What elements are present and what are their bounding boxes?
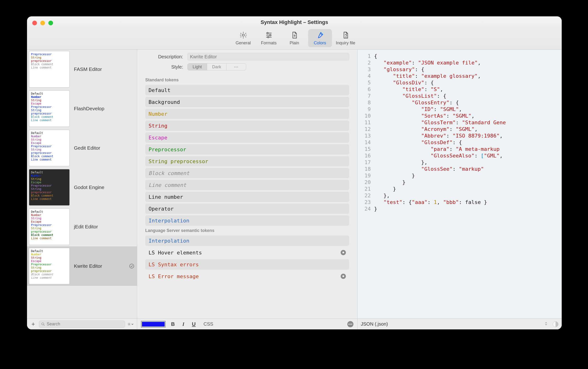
theme-header: Description: Style: LightDark--- (137, 50, 357, 75)
line-number: 23 (357, 199, 374, 205)
line-number: 17 (357, 159, 374, 166)
svg-point-13 (129, 324, 130, 325)
theme-row[interactable]: PreprocessorStringpreprocessorBlock comm… (27, 50, 137, 89)
token-row[interactable]: Operator (145, 204, 349, 214)
token-row[interactable]: Block comment (145, 168, 349, 178)
line-number: 3 (357, 66, 374, 73)
svg-point-4 (267, 32, 268, 34)
token-row[interactable]: Preprocessor (145, 144, 349, 155)
close-button[interactable] (32, 21, 37, 25)
code-line: 2 "example": "JSON example file", (357, 60, 562, 66)
token-label: LS Hover elements (148, 250, 341, 256)
theme-thumbnail: DefaultNumberStringEscapePreprocessorStr… (29, 90, 70, 127)
tab-colors[interactable]: Colors (308, 29, 332, 47)
line-number: 12 (357, 126, 374, 133)
code-line: 11 "GlossTerm": "Standard Gene (357, 119, 562, 126)
token-row[interactable]: LS Syntax errors (145, 259, 349, 270)
line-number: 15 (357, 146, 374, 153)
theme-row[interactable]: DefaultNumberStringEscapePreprocessorStr… (27, 207, 137, 246)
code-line: 15 "para": "A meta-markup (357, 146, 562, 153)
css-button[interactable]: CSS (204, 321, 213, 327)
line-number: 7 (357, 93, 374, 99)
tab-label: Formats (261, 41, 276, 46)
token-label: Operator (148, 206, 346, 212)
add-theme-button[interactable]: + (30, 320, 37, 328)
token-row[interactable]: Line number (145, 192, 349, 202)
style-option[interactable]: --- (226, 63, 246, 70)
line-number: 8 (357, 99, 374, 106)
token-row[interactable]: Escape (145, 132, 349, 143)
chevron-down-icon (131, 322, 134, 327)
more-actions-button[interactable]: ••• (347, 321, 353, 327)
code-line: 5 "GlossDiv": { (357, 80, 562, 86)
token-row[interactable]: Interpolation (145, 215, 349, 226)
tab-inquiry[interactable]: Inquiry file (334, 29, 357, 47)
group-title: Standard tokens (145, 78, 349, 82)
format-chevron-icon[interactable] (544, 322, 548, 326)
theme-editor: Description: Style: LightDark--- Standar… (137, 50, 357, 329)
style-segmented[interactable]: LightDark--- (187, 63, 246, 71)
theme-row[interactable]: DefaultNumberStringEscapePreprocessorStr… (27, 168, 137, 207)
line-number: 9 (357, 106, 374, 113)
theme-row[interactable]: DefaultNumberStringEscapePreprocessorStr… (27, 89, 137, 128)
preview-pane: 1{2 "example": "JSON example file",3 "gl… (357, 50, 562, 329)
token-row[interactable]: LS Error message (145, 271, 349, 281)
appearance-toggle[interactable] (553, 321, 559, 327)
customize-badge-icon[interactable] (341, 250, 346, 255)
tab-general[interactable]: General (231, 29, 255, 47)
code-line: 22 }, (357, 192, 562, 199)
bold-button[interactable]: B (170, 321, 176, 327)
line-number: 22 (357, 192, 374, 199)
code-line: 1{ (357, 53, 562, 60)
line-number: 14 (357, 139, 374, 146)
color-well[interactable] (141, 321, 166, 328)
search-field[interactable] (39, 321, 125, 328)
svg-point-5 (269, 34, 271, 36)
theme-name-label: FASM Editor (74, 66, 135, 72)
token-row[interactable]: String (145, 121, 349, 131)
tab-formats[interactable]: Formats (257, 29, 281, 47)
search-input[interactable] (47, 322, 123, 327)
token-row[interactable]: Background (145, 97, 349, 107)
token-row[interactable]: String preprocessor (145, 156, 349, 166)
token-groups[interactable]: Standard tokensDefaultBackgroundNumberSt… (137, 75, 357, 318)
minimize-button[interactable] (40, 21, 45, 25)
style-label: Style: (145, 64, 183, 70)
code-preview[interactable]: 1{2 "example": "JSON example file",3 "gl… (357, 50, 562, 318)
zoom-button[interactable] (48, 21, 53, 25)
token-label: Number (148, 111, 346, 117)
token-row[interactable]: Default (145, 85, 349, 95)
token-row[interactable]: LS Hover elements (145, 247, 349, 258)
style-option[interactable]: Light (188, 63, 207, 70)
line-number: 5 (357, 80, 374, 86)
token-row[interactable]: Line comment (145, 180, 349, 190)
main-area: PreprocessorStringpreprocessorBlock comm… (27, 50, 562, 329)
theme-row[interactable]: DefaultNumberStringEscapePreprocessorStr… (27, 128, 137, 168)
code-line: 12 "Acronym": "SGML", (357, 126, 562, 133)
svg-point-6 (267, 36, 269, 38)
underline-button[interactable]: U (191, 321, 197, 327)
token-row[interactable]: Interpolation (145, 236, 349, 246)
description-label: Description: (145, 54, 183, 60)
theme-list[interactable]: PreprocessorStringpreprocessorBlock comm… (27, 50, 137, 318)
code-line: 6 "title": "S", (357, 86, 562, 93)
token-row[interactable]: Number (145, 109, 349, 119)
tab-plain[interactable]: Plain (283, 29, 306, 47)
code-line: 14 "GlossDef": { (357, 139, 562, 146)
description-input[interactable] (187, 53, 349, 61)
theme-actions-menu[interactable] (127, 322, 134, 327)
token-label: Escape (148, 135, 346, 141)
token-label: LS Syntax errors (148, 262, 346, 267)
theme-thumbnail: DefaultNumberStringEscapePreprocessorStr… (29, 248, 70, 284)
line-number: 24 (357, 205, 374, 212)
toolbar: GeneralFormatsPlainColorsInquiry file (27, 28, 562, 50)
style-option[interactable]: Dark (207, 63, 226, 70)
format-selector[interactable]: JSON (.json) (361, 321, 388, 327)
theme-row[interactable]: DefaultNumberStringEscapePreprocessorStr… (27, 246, 137, 286)
italic-button[interactable]: I (180, 321, 186, 327)
line-number: 18 (357, 166, 374, 172)
customize-badge-icon[interactable] (341, 274, 346, 279)
sidebar-footer: + (27, 318, 137, 329)
token-label: Block comment (148, 170, 346, 176)
code-line: 9 "ID": "SGML", (357, 106, 562, 113)
